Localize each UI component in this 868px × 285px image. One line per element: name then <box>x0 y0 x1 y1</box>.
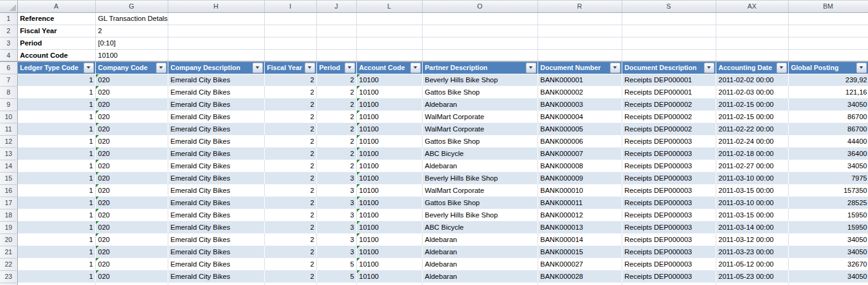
cell-global-posting[interactable]: 34050 <box>788 270 868 283</box>
column-header-r[interactable]: R <box>538 1 622 12</box>
header-accounting-date[interactable]: Accounting Date <box>716 61 788 74</box>
empty-cell[interactable] <box>538 283 622 285</box>
cell-ledger-type-code[interactable]: 1 <box>17 160 95 172</box>
cell-company-description[interactable]: Emerald City Bikes <box>168 270 264 283</box>
cell-company-code[interactable]: 020 <box>95 221 168 233</box>
cell-document-description[interactable]: Receipts DEP000001 <box>622 86 716 98</box>
empty-cell[interactable] <box>622 283 716 285</box>
cell-partner-description[interactable]: ABC Bicycle <box>422 147 538 160</box>
cell-period[interactable]: 3 <box>316 233 356 246</box>
cell-global-posting[interactable]: 34050 <box>788 160 868 172</box>
select-all-button[interactable] <box>0 1 17 12</box>
row-number[interactable]: 2 <box>0 25 17 37</box>
cell-company-code[interactable]: 020 <box>95 258 168 270</box>
cell-company-description[interactable]: Emerald City Bikes <box>168 209 264 221</box>
cell-document-description[interactable]: Receipts DEP000003 <box>622 197 716 209</box>
cell-document-description[interactable]: Receipts DEP000003 <box>622 270 716 283</box>
cell-company-code[interactable]: 020 <box>95 135 168 147</box>
empty-cell[interactable] <box>422 49 538 61</box>
cell-accounting-date[interactable]: 2011-02-18 00:00 <box>716 147 788 160</box>
cell-company-code[interactable]: 020 <box>95 172 168 184</box>
empty-cell[interactable] <box>538 25 622 37</box>
cell-global-posting[interactable]: 121,16 <box>788 86 868 98</box>
cell-global-posting[interactable]: 34050 <box>788 246 868 258</box>
cell-document-number[interactable]: BANK000011 <box>538 197 622 209</box>
cell-partner-description[interactable]: Beverly Hills Bike Shop <box>422 74 538 86</box>
empty-cell[interactable] <box>622 49 716 61</box>
cell-partner-description[interactable]: Aldebaran <box>422 258 538 270</box>
cell-period[interactable]: 3 <box>316 221 356 233</box>
empty-cell[interactable] <box>788 25 868 37</box>
cell-document-number[interactable]: BANK000010 <box>538 184 622 197</box>
empty-cell[interactable] <box>538 37 622 49</box>
cell-document-number[interactable]: BANK000007 <box>538 147 622 160</box>
empty-cell[interactable] <box>788 12 868 25</box>
filter-dropdown-button[interactable] <box>252 63 263 73</box>
cell-account-code[interactable]: 10100 <box>356 111 422 123</box>
cell-ledger-type-code[interactable]: 1 <box>17 258 95 270</box>
cell-company-description[interactable]: Emerald City Bikes <box>168 123 264 135</box>
cell-global-posting[interactable]: 28525 <box>788 197 868 209</box>
cell-accounting-date[interactable]: 2011-02-24 00:00 <box>716 135 788 147</box>
empty-cell[interactable] <box>716 12 788 25</box>
row-number[interactable]: 22 <box>0 258 17 270</box>
cell-document-description[interactable]: Receipts DEP000003 <box>622 184 716 197</box>
cell-accounting-date[interactable]: 2011-03-14 00:00 <box>716 221 788 233</box>
cell-accounting-date[interactable]: 2011-03-10 00:00 <box>716 197 788 209</box>
empty-cell[interactable] <box>168 25 264 37</box>
empty-cell[interactable] <box>788 49 868 61</box>
header-fiscal-year[interactable]: Fiscal Year <box>264 61 316 74</box>
empty-cell[interactable] <box>788 37 868 49</box>
cell-period[interactable]: 2 <box>316 86 356 98</box>
cell-company-description[interactable]: Emerald City Bikes <box>168 246 264 258</box>
cell-fiscal-year[interactable]: 2 <box>264 184 316 197</box>
empty-cell[interactable] <box>316 25 356 37</box>
cell-period[interactable]: 3 <box>316 246 356 258</box>
cell-global-posting[interactable]: 36400 <box>788 147 868 160</box>
cell-company-code[interactable]: 020 <box>95 86 168 98</box>
cell-account-code[interactable]: 10100 <box>356 184 422 197</box>
cell-account-code[interactable]: 10100 <box>356 172 422 184</box>
cell-period[interactable]: 3 <box>316 172 356 184</box>
cell-account-code[interactable]: 10100 <box>356 147 422 160</box>
cell-account-code[interactable]: 10100 <box>356 233 422 246</box>
empty-cell[interactable] <box>264 283 316 285</box>
cell-company-code[interactable]: 020 <box>95 123 168 135</box>
empty-cell[interactable] <box>316 37 356 49</box>
cell-period[interactable]: 2 <box>316 74 356 86</box>
cell-global-posting[interactable]: 15950 <box>788 221 868 233</box>
cell-company-code[interactable]: 020 <box>95 233 168 246</box>
cell-document-description[interactable]: Receipts DEP000003 <box>622 147 716 160</box>
column-header-g[interactable]: G <box>95 1 168 12</box>
cell-company-code[interactable]: 020 <box>95 111 168 123</box>
header-account-code[interactable]: Account Code <box>356 61 422 74</box>
cell-accounting-date[interactable]: 2011-05-23 00:00 <box>716 270 788 283</box>
cell-company-description[interactable]: Emerald City Bikes <box>168 197 264 209</box>
empty-cell[interactable] <box>356 49 422 61</box>
filter-dropdown-button[interactable] <box>305 63 315 73</box>
cell-company-code[interactable]: 020 <box>95 160 168 172</box>
cell-company-code[interactable]: 020 <box>95 270 168 283</box>
empty-cell[interactable] <box>168 37 264 49</box>
cell-period[interactable]: 2 <box>316 135 356 147</box>
cell-company-description[interactable]: Emerald City Bikes <box>168 184 264 197</box>
cell-ledger-type-code[interactable]: 1 <box>17 246 95 258</box>
cell-partner-description[interactable]: WalMart Corporate <box>422 111 538 123</box>
filter-dropdown-button[interactable] <box>610 63 620 73</box>
header-company-code[interactable]: Company Code <box>95 61 168 74</box>
cell-account-code[interactable]: 10100 <box>356 74 422 86</box>
empty-cell[interactable] <box>538 12 622 25</box>
cell-partner-description[interactable]: WalMart Corporate <box>422 123 538 135</box>
row-number[interactable]: 9 <box>0 98 17 111</box>
header-partner-description[interactable]: Partner Description <box>422 61 538 74</box>
cell-period[interactable]: 2 <box>316 98 356 111</box>
row-number[interactable]: 21 <box>0 246 17 258</box>
cell-document-description[interactable]: Receipts DEP000003 <box>622 135 716 147</box>
parameter-value-cell[interactable]: 2 <box>95 25 168 37</box>
column-header-s[interactable]: S <box>622 1 716 12</box>
cell-ledger-type-code[interactable]: 1 <box>17 86 95 98</box>
cell-document-number[interactable]: BANK000002 <box>538 86 622 98</box>
column-header-i[interactable]: I <box>264 1 316 12</box>
row-number[interactable]: 6 <box>0 61 17 74</box>
cell-accounting-date[interactable]: 2011-02-27 00:00 <box>716 160 788 172</box>
